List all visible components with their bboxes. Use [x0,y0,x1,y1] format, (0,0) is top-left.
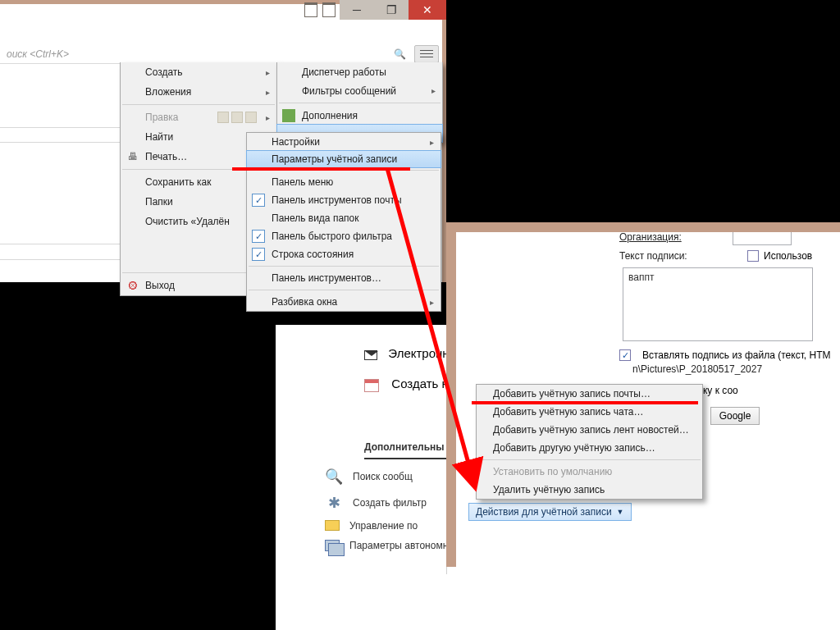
copy-icon [231,112,243,123]
organization-label: Организация: [619,231,726,243]
exit-icon: ⮿ [126,280,140,291]
annotation-underline [472,401,698,404]
use-html-checkbox[interactable] [747,250,759,262]
submenu-settings[interactable]: Настройки▸ [247,133,441,151]
submenu-folder-pane[interactable]: Панель вида папок [247,209,441,227]
black-region [446,0,840,222]
search-input[interactable]: оиск <Ctrl+K> [7,48,389,60]
small-window-icon [304,2,317,17]
signature-textarea[interactable]: ваппт [623,267,813,341]
submenu-mail-toolbar[interactable]: ✓Панель инструментов почты [247,191,441,209]
menu-addons[interactable]: Дополнения [277,106,442,125]
submenu-quick-filter[interactable]: ✓Панель быстрого фильтра [247,227,441,245]
empty-row [0,244,137,260]
menu-attachments[interactable]: Вложения▸ [121,82,276,102]
submenu-menubar[interactable]: Панель меню [247,173,441,191]
menu-add-other-account[interactable]: Добавить другую учётную запись… [477,439,702,457]
account-actions-button[interactable]: Действия для учётной записи▼ [468,503,632,521]
addons-icon [282,109,295,122]
cut-icon [217,112,229,123]
paste-icon [245,112,257,123]
submenu-account-settings[interactable]: Параметры учётной записи [246,150,441,168]
checkmark-icon: ✓ [252,194,265,207]
maximize-button[interactable]: ❐ [374,0,409,20]
menu-filters[interactable]: Фильтры сообщений▸ [277,81,442,100]
printer-icon: 🖶 [126,151,140,162]
google-smtp-button[interactable]: Google [710,407,760,425]
offline-icon [325,540,340,551]
close-button[interactable]: ✕ [409,0,446,20]
filter-icon: ✱ [325,494,343,512]
app-menu-right: Диспетчер работы Фильтры сообщений▸ Допо… [276,62,443,143]
magnifier-icon: 🔍 [325,468,343,486]
annotation-underline [232,167,410,171]
menu-create[interactable]: Создать▸ [121,62,276,82]
minimize-button[interactable]: ─ [340,0,374,20]
menu-activity[interactable]: Диспетчер работы [277,62,442,81]
menu-set-default-account: Установить по умолчанию [477,463,702,481]
small-window-icon [322,2,336,17]
toolbar-small-icons [304,2,336,17]
signature-file-path: n\Pictures\P_20180517_2027 [619,363,840,375]
submenu-status-bar[interactable]: ✓Строка состояния [247,245,441,263]
submenu-layout[interactable]: Разбивка окна▸ [247,293,441,311]
search-icon[interactable]: 🔍 [394,48,406,60]
folder-icon [325,520,340,531]
chevron-down-icon: ▼ [617,508,624,516]
checkmark-icon: ✓ [252,248,265,261]
submenu-toolbars[interactable]: Панель инструментов… [247,269,441,287]
menu-add-chat-account[interactable]: Добавить учётную запись чата… [477,403,702,421]
attach-sig-from-file-checkbox[interactable]: ✓ [619,349,631,361]
menu-edit[interactable]: Правка ▸ [121,107,276,127]
calendar-icon [364,379,379,392]
use-html-label: Использов [764,250,812,262]
settings-submenu: Настройки▸ Параметры учётной записи Пане… [246,132,441,312]
app-menu-button[interactable] [414,45,439,63]
checkmark-icon: ✓ [252,230,265,243]
menu-add-feed-account[interactable]: Добавить учётную запись лент новостей… [477,421,702,439]
envelope-icon [364,350,377,360]
attach-sig-from-file-label: Вставлять подпись из файла (текст, HTM [642,349,830,361]
menu-delete-account[interactable]: Удалить учётную запись [477,481,702,499]
organization-input[interactable] [733,229,792,245]
signature-label: Текст подписи: [619,250,726,262]
menu-add-mail-account[interactable]: Добавить учётную запись почты… [477,385,702,403]
